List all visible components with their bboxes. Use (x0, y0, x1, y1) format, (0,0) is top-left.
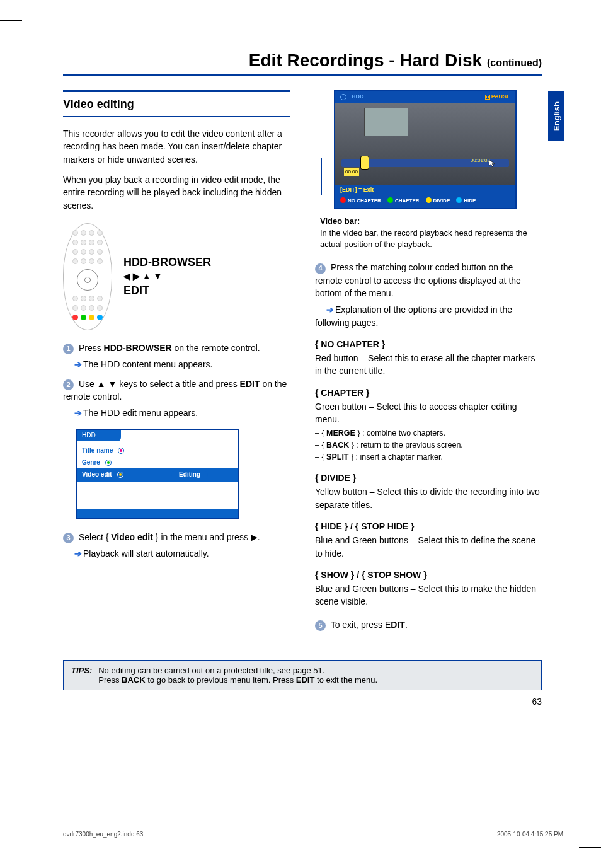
step-3-text-a: Select { (79, 532, 111, 542)
vb-caption-title: Video bar: (320, 216, 360, 226)
hdd-row-video-edit: Video editEditing (77, 468, 238, 482)
step-number-icon: 2 (63, 379, 74, 390)
step-5-text-b: DIT (391, 620, 405, 630)
remote-diagram: HDD-BROWSER ◀ ▶ ▲ ▼ EDIT (63, 223, 290, 330)
opt-split: – { SPLIT } : insert a chapter marker. (315, 451, 542, 463)
yellow-dot-icon (426, 197, 432, 203)
hdd-row-title-name: Title name (77, 445, 238, 457)
pause-indicator: PAUSE (485, 93, 510, 101)
hdd-row-genre: Genre (77, 457, 238, 469)
thumbnail-icon (364, 108, 408, 136)
red-dot-icon (340, 197, 346, 203)
tips-line2-e: to exit the menu. (314, 675, 377, 685)
playhead-icon (360, 156, 369, 170)
language-label: English (552, 101, 561, 131)
time-start: 00:00 (344, 168, 359, 176)
step-1-text-c: on the remote control. (172, 343, 260, 353)
btn-chapter: CHAPTER (387, 197, 420, 205)
color-button-row: NO CHAPTER CHAPTER DIVIDE HIDE (335, 195, 515, 208)
page-number: 63 (63, 697, 542, 707)
remote-label-edit: EDIT (123, 283, 211, 299)
video-bar-panel: HDD PAUSE 00:00 00:01:02 [EDIT] = Exit N… (334, 90, 517, 209)
intro-paragraph-1: This recorder allows you to edit the vid… (63, 127, 290, 166)
step-1-sub-text: The HDD content menu appears. (83, 359, 212, 369)
opt-chapter-body: Green button – Select this to access cha… (315, 400, 542, 426)
vb-caption-body: In the video bar, the record playback he… (320, 228, 527, 250)
step-number-icon: 5 (315, 620, 326, 631)
step-2-text-a: Use ▲ ▼ keys to select a title and press (79, 379, 240, 389)
step-number-icon: 4 (315, 263, 326, 274)
arrow-icon: ➔ (326, 304, 334, 315)
tips-label: TIPS: (71, 666, 92, 685)
step-3: 3 Select { Video edit } in the menu and … (63, 531, 290, 543)
opt-merge: – { MERGE } : combine two chapters. (315, 427, 542, 439)
arrow-icon: ➔ (74, 408, 82, 418)
opt-chapter-heading: { CHAPTER } (315, 386, 542, 399)
vp-hdd-label: HDD (352, 93, 364, 101)
print-footer: dvdr7300h_eu_eng2.indd 63 2005-10-04 4:1… (63, 831, 563, 838)
btn-hide: HIDE (456, 197, 476, 205)
opt-show-heading: { SHOW } / { STOP SHOW } (315, 569, 542, 581)
intro-paragraph-2: When you play back a recording in video … (63, 173, 290, 212)
step-2-sub: ➔The HDD edit menu appears. (63, 407, 290, 419)
step-4: 4 Press the matching colour coded button… (315, 261, 542, 299)
remote-labels: HDD-BROWSER ◀ ▶ ▲ ▼ EDIT (123, 255, 211, 299)
title-continued: (continued) (487, 57, 542, 68)
video-bar-caption: Video bar: In the video bar, the record … (320, 216, 542, 252)
section-heading: Video editing (63, 90, 290, 117)
crop-mark (579, 847, 601, 848)
hdd-footer-bar (77, 509, 238, 518)
step-2-text-b: EDIT (240, 379, 260, 389)
opt-nochapter-body: Red button – Select this to erase all th… (315, 352, 542, 378)
edit-exit-label: [EDIT] = Exit (335, 185, 515, 195)
step-5: 5 To exit, press EDIT. (315, 618, 542, 631)
step-1-text-a: Press (79, 343, 104, 353)
remote-label-arrows: ◀ ▶ ▲ ▼ (123, 270, 211, 283)
remote-label-hdd-browser: HDD-BROWSER (123, 255, 211, 270)
hdd-tab: HDD (77, 430, 121, 442)
btn-no-chapter: NO CHAPTER (340, 197, 381, 205)
footer-left: dvdr7300h_eu_eng2.indd 63 (63, 831, 143, 838)
hdd-menu-panel: HDD Title name Genre Video editEditing (76, 429, 239, 519)
callout-line (321, 158, 335, 195)
step-1: 1 Press HDD-BROWSER on the remote contro… (63, 342, 290, 354)
step-3-text-b: Video edit (111, 532, 153, 542)
opt-show-body: Blue and Green buttons – Select this to … (315, 582, 542, 608)
step-1-text-b: HDD-BROWSER (104, 343, 172, 353)
page-title: Edit Recordings - Hard Disk (continued) (63, 50, 542, 76)
two-column-layout: Video editing This recorder allows you t… (63, 90, 542, 635)
opt-back: – { BACK } : return to the previous scre… (315, 439, 542, 451)
disc-icon (340, 94, 346, 100)
opt-hide-body: Blue and Green buttons – Select this to … (315, 534, 542, 560)
opt-divide-heading: { DIVIDE } (315, 472, 542, 484)
green-dot-icon (387, 197, 393, 203)
language-tab: English (548, 91, 564, 141)
tips-line1: No editing can be carried out on a prote… (98, 666, 324, 675)
editing-pill: Editing (171, 470, 208, 480)
arrow-icon: ➔ (74, 359, 82, 369)
remote-outline (63, 223, 112, 330)
step-3-text-c: } in the menu and press ▶. (153, 532, 260, 542)
dpad-icon (77, 269, 98, 291)
opt-chapter-list: – { MERGE } : combine two chapters. – { … (315, 427, 542, 463)
step-1-sub: ➔The HDD content menu appears. (63, 358, 290, 371)
tips-box: TIPS: No editing can be carried out on a… (63, 660, 542, 690)
step-4-sub-text: Explanation of the options are provided … (315, 304, 512, 327)
btn-divide: DIVIDE (426, 197, 450, 205)
left-column: Video editing This recorder allows you t… (63, 90, 290, 635)
crop-mark (566, 843, 566, 868)
step-4-text: Press the matching colour coded button o… (315, 262, 521, 298)
step-5-text-a: To exit, press E (331, 620, 391, 630)
tips-line2-d: EDIT (296, 675, 315, 685)
blue-dot-icon (456, 197, 462, 203)
tips-line2-a: Press (98, 675, 122, 685)
opt-divide-body: Yellow button – Select this to divide th… (315, 485, 542, 511)
right-column: HDD PAUSE 00:00 00:01:02 [EDIT] = Exit N… (315, 90, 542, 635)
crop-mark (35, 0, 35, 25)
crop-mark (0, 20, 22, 21)
video-preview-area: 00:00 00:01:02 (335, 103, 515, 185)
tips-line2-b: BACK (122, 675, 146, 685)
page-content: Edit Recordings - Hard Disk (continued) … (63, 50, 542, 707)
footer-right: 2005-10-04 4:15:25 PM (497, 831, 563, 838)
pause-icon (485, 95, 490, 100)
